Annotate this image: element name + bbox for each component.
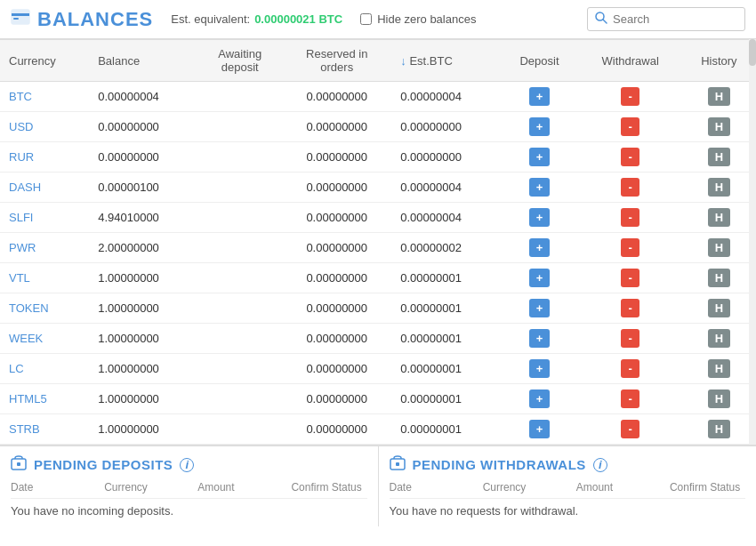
withdrawal-button-10[interactable]: - (621, 389, 639, 408)
currency-link-2[interactable]: RUR (9, 150, 34, 164)
withdrawal-button-3[interactable]: - (621, 178, 639, 197)
cell-deposit-11: + (500, 414, 578, 445)
withdrawal-button-8[interactable]: - (621, 329, 639, 348)
history-button-8[interactable]: H (708, 329, 730, 348)
col-deposit: Deposit (500, 40, 578, 82)
currency-link-6[interactable]: VTL (9, 271, 30, 285)
currency-link-1[interactable]: USD (9, 120, 33, 133)
cell-deposit-10: + (500, 384, 578, 414)
withdrawal-button-5[interactable]: - (621, 238, 639, 257)
history-button-1[interactable]: H (708, 117, 730, 136)
cell-estbtc-0: 0.00000004 (391, 82, 500, 112)
deposit-button-4[interactable]: + (529, 208, 551, 227)
cell-reserved-3: 0.00000000 (282, 173, 391, 203)
cell-withdrawal-7: - (579, 293, 682, 324)
history-button-6[interactable]: H (708, 269, 730, 287)
cell-deposit-3: + (500, 173, 578, 203)
withdrawal-button-11[interactable]: - (621, 420, 639, 438)
withdrawal-button-9[interactable]: - (621, 359, 639, 378)
deposit-button-2[interactable]: + (529, 148, 551, 166)
history-button-0[interactable]: H (708, 87, 730, 106)
withdrawal-button-0[interactable]: - (621, 87, 639, 106)
deposit-button-7[interactable]: + (529, 299, 551, 317)
history-button-10[interactable]: H (708, 389, 730, 408)
withdrawal-button-4[interactable]: - (621, 208, 639, 227)
cell-currency-3: DASH (0, 173, 89, 203)
withdrawal-button-2[interactable]: - (621, 148, 639, 166)
cell-awaiting-1 (197, 112, 282, 142)
currency-link-8[interactable]: WEEK (9, 332, 43, 345)
currency-link-7[interactable]: TOKEN (9, 301, 49, 315)
search-input[interactable] (613, 12, 737, 26)
withdrawal-button-6[interactable]: - (621, 269, 639, 287)
table-row: PWR 2.00000000 0.00000000 0.00000002 + -… (0, 233, 756, 263)
deposit-button-1[interactable]: + (529, 117, 551, 136)
cell-balance-3: 0.00000100 (89, 173, 197, 203)
cell-withdrawal-8: - (579, 324, 682, 354)
currency-link-0[interactable]: BTC (9, 90, 32, 103)
deposit-button-5[interactable]: + (529, 238, 551, 257)
cell-withdrawal-5: - (579, 233, 682, 263)
col-awaiting: Awaitingdeposit (197, 40, 282, 82)
pending-withdrawals-empty: You have no requests for withdrawal. (390, 504, 746, 518)
hide-zero-label[interactable]: Hide zero balances (360, 12, 587, 26)
est-value: 0.00000021 BTC (254, 12, 342, 26)
cell-reserved-1: 0.00000000 (282, 112, 391, 142)
cell-withdrawal-6: - (579, 263, 682, 293)
cell-deposit-9: + (500, 354, 578, 384)
pending-deposits-info-icon[interactable]: i (180, 458, 194, 472)
cell-awaiting-11 (197, 414, 282, 445)
pending-deposits-header: PENDING DEPOSITS i (11, 455, 367, 474)
cell-withdrawal-9: - (579, 354, 682, 384)
scrollbar-track[interactable] (749, 39, 756, 445)
history-button-5[interactable]: H (708, 238, 730, 257)
currency-link-4[interactable]: SLFI (9, 211, 33, 224)
deposit-button-10[interactable]: + (529, 389, 551, 408)
col-withdrawal: Withdrawal (579, 40, 682, 82)
cell-estbtc-5: 0.00000002 (391, 233, 500, 263)
currency-link-3[interactable]: DASH (9, 181, 41, 194)
currency-link-10[interactable]: HTML5 (9, 392, 47, 405)
history-button-3[interactable]: H (708, 178, 730, 197)
pending-withdrawals-cols: Date Currency Amount Confirm Status (390, 481, 746, 499)
deposit-button-8[interactable]: + (529, 329, 551, 348)
hide-zero-checkbox[interactable] (360, 13, 372, 25)
svg-rect-1 (12, 13, 29, 16)
cell-history-1: H (682, 112, 756, 142)
deposit-button-3[interactable]: + (529, 178, 551, 197)
withdrawal-button-1[interactable]: - (621, 117, 639, 136)
deposit-button-0[interactable]: + (529, 87, 551, 106)
deposit-button-11[interactable]: + (529, 420, 551, 438)
table-row: SLFI 4.94010000 0.00000000 0.00000004 + … (0, 203, 756, 233)
cell-estbtc-9: 0.00000001 (391, 354, 500, 384)
history-button-7[interactable]: H (708, 299, 730, 317)
history-button-11[interactable]: H (708, 420, 730, 438)
cell-withdrawal-0: - (579, 82, 682, 112)
currency-link-9[interactable]: LC (9, 362, 24, 375)
pending-withdrawals-info-icon[interactable]: i (593, 458, 607, 472)
cell-balance-9: 1.00000000 (89, 354, 197, 384)
balances-icon (11, 7, 30, 31)
cell-awaiting-6 (197, 263, 282, 293)
history-button-9[interactable]: H (708, 359, 730, 378)
deposit-button-9[interactable]: + (529, 359, 551, 378)
table-row: HTML5 1.00000000 0.00000000 0.00000001 +… (0, 384, 756, 414)
scrollbar-thumb[interactable] (749, 39, 756, 66)
currency-link-11[interactable]: STRB (9, 422, 40, 436)
cell-awaiting-3 (197, 173, 282, 203)
cell-balance-0: 0.00000004 (89, 82, 197, 112)
cell-awaiting-2 (197, 142, 282, 173)
cell-awaiting-0 (197, 82, 282, 112)
table-row: STRB 1.00000000 0.00000000 0.00000001 + … (0, 414, 756, 445)
currency-link-5[interactable]: PWR (9, 241, 36, 254)
history-button-2[interactable]: H (708, 148, 730, 166)
history-button-4[interactable]: H (708, 208, 730, 227)
col-estbtc[interactable]: ↓ Est.BTC (391, 40, 500, 82)
table-row: WEEK 1.00000000 0.00000000 0.00000001 + … (0, 324, 756, 354)
cell-reserved-8: 0.00000000 (282, 324, 391, 354)
table-row: USD 0.00000000 0.00000000 0.00000000 + -… (0, 112, 756, 142)
withdrawal-button-7[interactable]: - (621, 299, 639, 317)
cell-history-6: H (682, 263, 756, 293)
deposit-button-6[interactable]: + (529, 269, 551, 287)
table-row: BTC 0.00000004 0.00000000 0.00000004 + -… (0, 82, 756, 112)
